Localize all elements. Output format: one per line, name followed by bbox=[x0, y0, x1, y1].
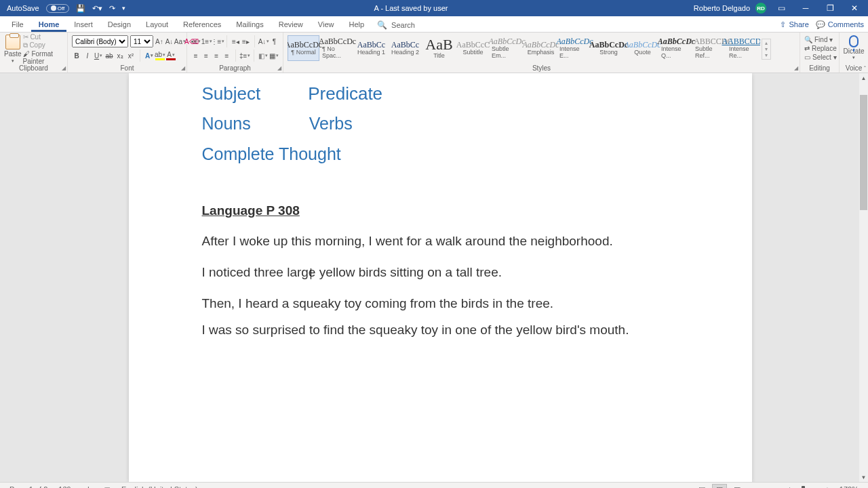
bullets-button[interactable]: •≡ bbox=[191, 36, 201, 47]
heading-nouns-verbs: NounsVerbs bbox=[202, 108, 679, 138]
scroll-up[interactable]: ▲ bbox=[859, 73, 868, 83]
tab-file[interactable]: File bbox=[4, 18, 31, 32]
undo-button[interactable]: ↶▾ bbox=[92, 4, 102, 13]
line-spacing[interactable]: ‡≡ bbox=[240, 50, 250, 61]
redo-button[interactable]: ↷ bbox=[109, 4, 115, 13]
show-marks[interactable]: ¶ bbox=[270, 36, 279, 47]
share-button[interactable]: ⇧Share bbox=[780, 20, 808, 29]
group-voice: Dictate▾ Voice ˆ bbox=[840, 33, 868, 73]
cut-button[interactable]: ✂ Cut bbox=[23, 33, 63, 41]
styles-gallery-scroll[interactable]: ▴▾▾ bbox=[762, 39, 771, 60]
style-tile-strong[interactable]: AaBbCcDcStrong bbox=[593, 35, 625, 61]
status-spellcheck[interactable]: ▢ bbox=[98, 485, 116, 489]
style-tile-subtitle[interactable]: AaBbCcCSubtitle bbox=[457, 35, 489, 61]
vertical-scrollbar[interactable]: ▲ ▼ bbox=[859, 73, 868, 482]
find-button[interactable]: 🔍 Find ▾ bbox=[804, 35, 835, 44]
style-tile-title[interactable]: AaBTitle bbox=[423, 35, 455, 61]
view-print-layout[interactable]: ▥ bbox=[712, 484, 727, 489]
view-web-layout[interactable]: ▦ bbox=[730, 484, 745, 489]
user-name[interactable]: Roberto Delgado bbox=[694, 4, 750, 12]
increase-indent[interactable]: ≡▸ bbox=[241, 36, 250, 47]
font-name-combo[interactable]: Calibri (Body) bbox=[72, 35, 128, 47]
style-tile--no-spac-[interactable]: AaBbCcDc¶ No Spac... bbox=[321, 35, 353, 61]
align-right[interactable]: ≡ bbox=[212, 50, 221, 61]
style-tile-quote[interactable]: AaBbCcDcQuote bbox=[627, 35, 658, 61]
tab-insert[interactable]: Insert bbox=[66, 18, 100, 32]
change-case[interactable]: Aa bbox=[175, 36, 184, 47]
zoom-in[interactable]: + bbox=[823, 485, 831, 488]
scroll-down[interactable]: ▼ bbox=[859, 472, 868, 482]
subscript-button[interactable]: x₂ bbox=[115, 50, 125, 61]
style-tile-intense-re-[interactable]: AABBCCDCIntense Re... bbox=[728, 35, 760, 61]
vertical-ruler[interactable] bbox=[0, 73, 12, 482]
style-tile-emphasis[interactable]: AaBbCcDcEmphasis bbox=[525, 35, 557, 61]
scrollbar-thumb[interactable] bbox=[860, 95, 867, 210]
style-tile-heading-2[interactable]: AaBbCcHeading 2 bbox=[389, 35, 421, 61]
tab-view[interactable]: View bbox=[311, 18, 342, 32]
document-page[interactable]: SubjectPredicate NounsVerbs Complete Tho… bbox=[129, 73, 752, 482]
status-word-count[interactable]: 139 words bbox=[53, 485, 98, 488]
ribbon-display-options[interactable]: ▭ bbox=[772, 0, 791, 16]
tab-help[interactable]: Help bbox=[341, 18, 372, 32]
superscript-button[interactable]: x² bbox=[126, 50, 136, 61]
styles-group-label: Styles bbox=[283, 64, 800, 72]
tab-layout[interactable]: Layout bbox=[138, 18, 176, 32]
underline-button[interactable]: U bbox=[94, 50, 103, 61]
zoom-out[interactable]: − bbox=[747, 485, 755, 488]
window-minimize[interactable]: ─ bbox=[796, 0, 815, 16]
heading-subject-predicate: SubjectPredicate bbox=[202, 79, 679, 108]
tab-design[interactable]: Design bbox=[100, 18, 138, 32]
shrink-font[interactable]: A↓ bbox=[165, 36, 174, 47]
font-group-label: Font bbox=[68, 64, 186, 72]
replace-button[interactable]: ⇄ Replace bbox=[804, 44, 835, 53]
tab-references[interactable]: References bbox=[176, 18, 229, 32]
paragraph-launcher[interactable]: ◢ bbox=[277, 65, 281, 71]
style-tile--normal[interactable]: AaBbCcDc¶ Normal bbox=[288, 35, 319, 61]
window-restore[interactable]: ❐ bbox=[821, 0, 840, 16]
select-button[interactable]: ▭ Select ▾ bbox=[804, 53, 835, 62]
window-close[interactable]: ✕ bbox=[845, 0, 864, 16]
user-avatar[interactable]: RD bbox=[755, 3, 766, 14]
decrease-indent[interactable]: ≡◂ bbox=[231, 36, 240, 47]
font-color-button[interactable]: A bbox=[166, 51, 176, 60]
dictate-button[interactable]: Dictate▾ bbox=[844, 35, 864, 60]
tell-me-search[interactable]: 🔍 Search bbox=[376, 18, 416, 32]
microphone-icon bbox=[849, 35, 859, 47]
sort-button[interactable]: A↓ bbox=[259, 36, 269, 47]
borders-button[interactable]: ▦ bbox=[269, 50, 279, 61]
paste-button[interactable]: Paste ▾ bbox=[4, 35, 22, 64]
save-icon[interactable]: 💾 bbox=[76, 4, 85, 13]
format-painter-button[interactable]: 🖌 Format Painter bbox=[23, 50, 63, 65]
tab-home[interactable]: Home bbox=[31, 18, 67, 32]
multilevel-list[interactable]: ⋮≡ bbox=[213, 36, 222, 47]
tab-review[interactable]: Review bbox=[271, 18, 311, 32]
autosave-toggle[interactable]: Off bbox=[46, 4, 70, 13]
copy-button[interactable]: ⧉ Copy bbox=[23, 41, 63, 49]
collapse-ribbon[interactable]: ˆ bbox=[864, 65, 866, 72]
grow-font[interactable]: A↑ bbox=[155, 36, 163, 47]
style-tile-intense-e-[interactable]: AaBbCcDcIntense E... bbox=[559, 35, 591, 61]
zoom-level[interactable]: 170% bbox=[834, 485, 864, 488]
highlight-button[interactable]: ab bbox=[155, 51, 165, 60]
status-page[interactable]: Page 1 of 2 bbox=[4, 485, 53, 488]
clipboard-launcher[interactable]: ◢ bbox=[62, 65, 66, 71]
text-effects[interactable]: A bbox=[144, 50, 154, 61]
qat-customize[interactable]: ▾ bbox=[122, 5, 125, 12]
justify[interactable]: ≡ bbox=[222, 50, 231, 61]
style-tile-subtle-em-[interactable]: AaBbCcDcSubtle Em... bbox=[491, 35, 523, 61]
style-tile-heading-1[interactable]: AaBbCcHeading 1 bbox=[355, 35, 387, 61]
align-center[interactable]: ≡ bbox=[201, 50, 210, 61]
tab-mailings[interactable]: Mailings bbox=[229, 18, 271, 32]
shading-button[interactable]: ◧ bbox=[258, 50, 268, 61]
view-read-mode[interactable]: ▤ bbox=[694, 484, 709, 489]
font-launcher[interactable]: ◢ bbox=[181, 65, 185, 71]
italic-button[interactable]: I bbox=[83, 50, 92, 61]
font-size-combo[interactable]: 11 bbox=[130, 35, 153, 47]
paragraph-3: Then, I heard a squeaky toy coming from … bbox=[202, 294, 679, 313]
comments-button[interactable]: 💬Comments bbox=[816, 20, 864, 29]
status-language[interactable]: English (United States) bbox=[116, 485, 203, 488]
strikethrough-button[interactable]: ab bbox=[104, 50, 114, 61]
align-left[interactable]: ≡ bbox=[191, 50, 200, 61]
styles-launcher[interactable]: ◢ bbox=[794, 65, 798, 71]
bold-button[interactable]: B bbox=[72, 50, 81, 61]
